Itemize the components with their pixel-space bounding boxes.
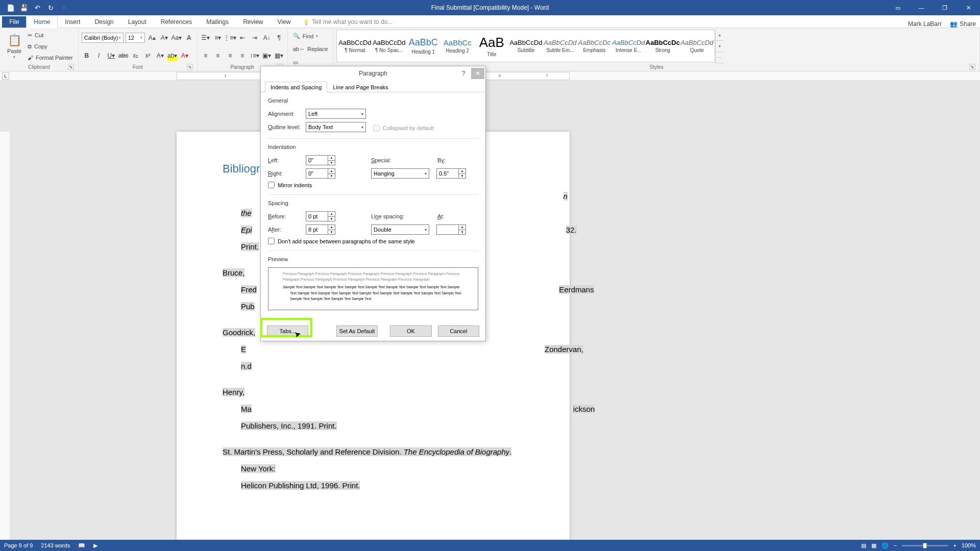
clipboard-dialog-launcher[interactable]: ⬊	[68, 64, 74, 70]
shrink-font-icon[interactable]: A▾	[159, 33, 169, 43]
close-icon[interactable]: ✕	[957, 0, 980, 15]
outline-select[interactable]: Body Text▾	[306, 122, 366, 132]
bold-icon[interactable]: B	[82, 51, 92, 61]
style-item[interactable]: AaBbCcDcEmphasis	[577, 31, 611, 61]
style-item[interactable]: AaBbCHeading 1	[406, 31, 440, 61]
italic-icon[interactable]: I	[94, 51, 104, 61]
line-spacing-select[interactable]: Double▾	[371, 224, 429, 235]
cut-button[interactable]: ✂Cut	[26, 30, 75, 40]
vertical-ruler[interactable]	[0, 132, 10, 540]
copy-button[interactable]: ⧉Copy	[26, 41, 75, 52]
cancel-button[interactable]: Cancel	[438, 325, 479, 337]
style-item[interactable]: AaBbCcDdQuote	[680, 31, 714, 61]
justify-icon[interactable]: ≡	[237, 51, 248, 61]
grow-font-icon[interactable]: A▴	[147, 33, 157, 43]
text-effects-icon[interactable]: A▾	[155, 51, 165, 61]
user-name[interactable]: Mark LaBarr	[908, 20, 942, 28]
highlight-icon[interactable]: ab▾	[167, 51, 178, 61]
style-item[interactable]: AaBbCcDcStrong	[646, 31, 679, 61]
format-painter-button[interactable]: 🖌Format Painter	[26, 53, 75, 63]
sort-icon[interactable]: A↓	[262, 33, 272, 43]
strikethrough-icon[interactable]: abc	[118, 51, 129, 61]
mirror-checkbox[interactable]	[268, 182, 275, 188]
status-page[interactable]: Page 9 of 9	[4, 542, 33, 548]
find-button[interactable]: 🔍Find▾	[291, 31, 330, 41]
borders-icon[interactable]: ▦▾	[274, 51, 284, 61]
zoom-slider[interactable]	[902, 545, 948, 546]
share-button[interactable]: 👥Share	[950, 20, 976, 28]
maximize-icon[interactable]: ❐	[933, 0, 957, 15]
align-left-icon[interactable]: ≡	[201, 51, 211, 61]
subscript-icon[interactable]: x₂	[131, 51, 141, 61]
special-select[interactable]: Hanging▾	[371, 168, 429, 179]
clear-formatting-icon[interactable]: A̷	[184, 33, 194, 43]
style-item[interactable]: AaBbCcDd¶ Normal	[338, 31, 372, 61]
style-item[interactable]: AaBbCcDdSubtitle	[509, 31, 543, 61]
tell-me-input[interactable]: Tell me what you want to do...	[298, 16, 398, 28]
read-mode-icon[interactable]: ▤	[861, 542, 866, 549]
tab-references[interactable]: References	[154, 16, 199, 28]
tab-review[interactable]: Review	[236, 16, 270, 28]
at-spinner[interactable]: ▲▼	[436, 224, 466, 235]
style-item[interactable]: AaBbCcHeading 2	[440, 31, 474, 61]
tab-file[interactable]: File	[2, 16, 26, 28]
multilevel-icon[interactable]: ⋮≡▾	[225, 33, 235, 43]
tabs-button[interactable]: Tabs...	[267, 325, 308, 337]
macro-icon[interactable]: ▶	[93, 542, 97, 549]
tab-insert[interactable]: Insert	[58, 16, 87, 28]
styles-gallery-more[interactable]: ▴▾⋯	[715, 30, 723, 63]
style-item[interactable]: AaBTitle	[475, 31, 508, 61]
paste-button[interactable]: 📋 Paste ▾	[3, 30, 26, 63]
indent-left-spinner[interactable]: 0"▲▼	[306, 155, 335, 165]
superscript-icon[interactable]: x²	[143, 51, 153, 61]
zoom-out-icon[interactable]: −	[894, 542, 897, 548]
spelling-icon[interactable]: 📖	[78, 542, 85, 549]
minimize-icon[interactable]: —	[910, 0, 933, 15]
align-right-icon[interactable]: ≡	[225, 51, 235, 61]
increase-indent-icon[interactable]: ⇥	[250, 33, 260, 43]
change-case-icon[interactable]: Aa▾	[172, 33, 182, 43]
numbering-icon[interactable]: ≡▾	[213, 33, 223, 43]
tab-layout[interactable]: Layout	[121, 16, 154, 28]
align-center-icon[interactable]: ≡	[213, 51, 223, 61]
dialog-tab-indents[interactable]: Indents and Spacing	[265, 82, 327, 92]
indent-right-spinner[interactable]: 0"▲▼	[306, 168, 335, 179]
replace-button[interactable]: ab↔Replace	[291, 44, 330, 54]
save-icon[interactable]: 💾	[19, 3, 29, 12]
font-size-select[interactable]: 12▾	[126, 33, 145, 43]
tab-selector[interactable]: L	[2, 72, 9, 80]
style-item[interactable]: AaBbCcDdIntense E...	[611, 31, 645, 61]
dialog-close-icon[interactable]: ✕	[471, 68, 484, 79]
tab-design[interactable]: Design	[87, 16, 120, 28]
ribbon-display-icon[interactable]: ▭	[886, 0, 910, 15]
undo-icon[interactable]: ↶	[33, 3, 42, 12]
underline-icon[interactable]: U▾	[106, 51, 116, 61]
dialog-tab-breaks[interactable]: Line and Page Breaks	[327, 82, 394, 92]
font-dialog-launcher[interactable]: ⬊	[187, 64, 193, 70]
web-layout-icon[interactable]: 🌐	[881, 542, 889, 549]
shading-icon[interactable]: ▣▾	[262, 51, 272, 61]
print-layout-icon[interactable]: ▦	[871, 542, 876, 549]
qat-customize-icon[interactable]: ▾	[59, 3, 68, 12]
no-add-space-checkbox[interactable]	[268, 238, 275, 244]
show-marks-icon[interactable]: ¶	[274, 33, 284, 43]
zoom-in-icon[interactable]: +	[953, 542, 956, 548]
after-spinner[interactable]: 8 pt▲▼	[306, 224, 335, 235]
dialog-help-icon[interactable]: ?	[457, 68, 470, 79]
decrease-indent-icon[interactable]: ⇤	[237, 33, 248, 43]
status-words[interactable]: 2143 words	[41, 542, 70, 548]
style-item[interactable]: AaBbCcDd¶ No Spac...	[372, 31, 406, 61]
font-color-icon[interactable]: A▾	[180, 51, 190, 61]
style-item[interactable]: AaBbCcDdSubtle Em...	[543, 31, 577, 61]
ok-button[interactable]: OK	[390, 325, 431, 337]
before-spinner[interactable]: 0 pt▲▼	[306, 211, 335, 221]
font-name-select[interactable]: Calibri (Body)▾	[82, 33, 124, 43]
styles-gallery[interactable]: AaBbCcDd¶ NormalAaBbCcDd¶ No Spac...AaBb…	[336, 30, 715, 62]
tab-mailings[interactable]: Mailings	[199, 16, 236, 28]
by-spinner[interactable]: 0.5"▲▼	[436, 168, 466, 179]
bullets-icon[interactable]: ☰▾	[201, 33, 211, 43]
alignment-select[interactable]: Left▾	[306, 109, 366, 119]
zoom-level[interactable]: 100%	[962, 542, 976, 548]
tab-view[interactable]: View	[271, 16, 298, 28]
tab-home[interactable]: Home	[26, 16, 58, 28]
